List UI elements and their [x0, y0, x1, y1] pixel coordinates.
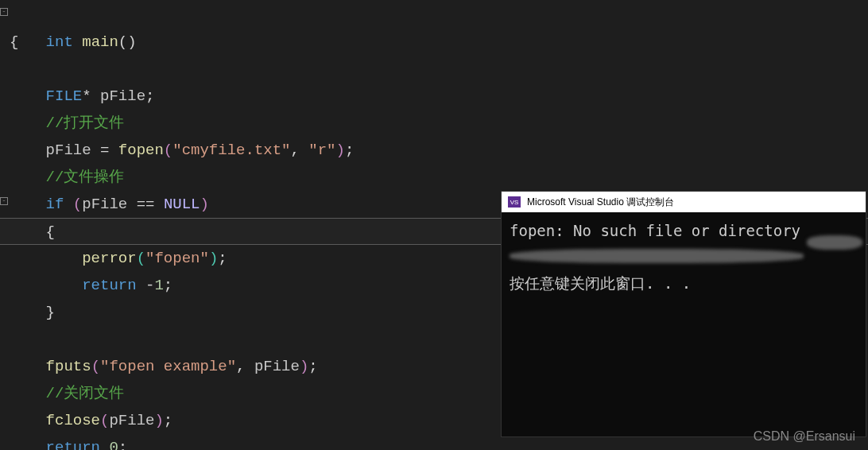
code-line: FILE* pFile;	[0, 83, 868, 110]
code-line: //文件操作	[0, 164, 868, 191]
debug-console-window[interactable]: VS Microsoft Visual Studio 调试控制台 fopen: …	[501, 191, 866, 437]
fold-icon[interactable]: -	[0, 197, 8, 205]
console-titlebar[interactable]: VS Microsoft Visual Studio 调试控制台	[502, 192, 866, 212]
console-output: fopen: No such file or directory 按任意键关闭此…	[502, 212, 866, 301]
vs-icon: VS	[508, 196, 521, 208]
code-line: {	[0, 29, 868, 56]
redacted-text	[510, 249, 858, 265]
fold-icon[interactable]: -	[0, 8, 8, 16]
console-line: fopen: No such file or directory	[510, 217, 858, 244]
console-title: Microsoft Visual Studio 调试控制台	[527, 196, 674, 209]
watermark-text: CSDN @Ersansui	[754, 429, 855, 444]
code-line: -int main()	[0, 2, 868, 29]
code-line	[0, 56, 868, 83]
code-line: //打开文件	[0, 110, 868, 137]
code-line: pFile = fopen("cmyfile.txt", "r");	[0, 137, 868, 164]
redacted-text	[807, 235, 862, 250]
console-line: 按任意键关闭此窗口. . .	[510, 270, 858, 297]
